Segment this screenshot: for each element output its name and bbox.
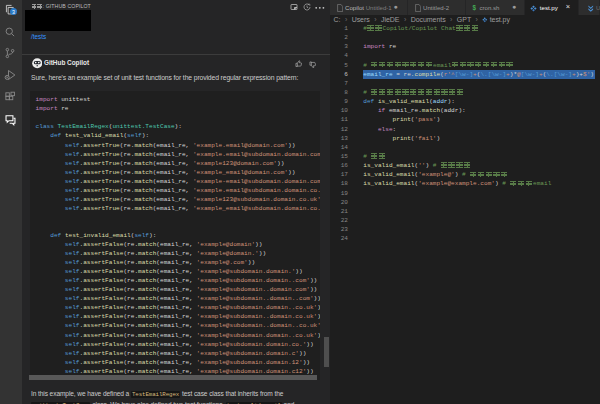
- svg-text:3: 3: [12, 8, 15, 14]
